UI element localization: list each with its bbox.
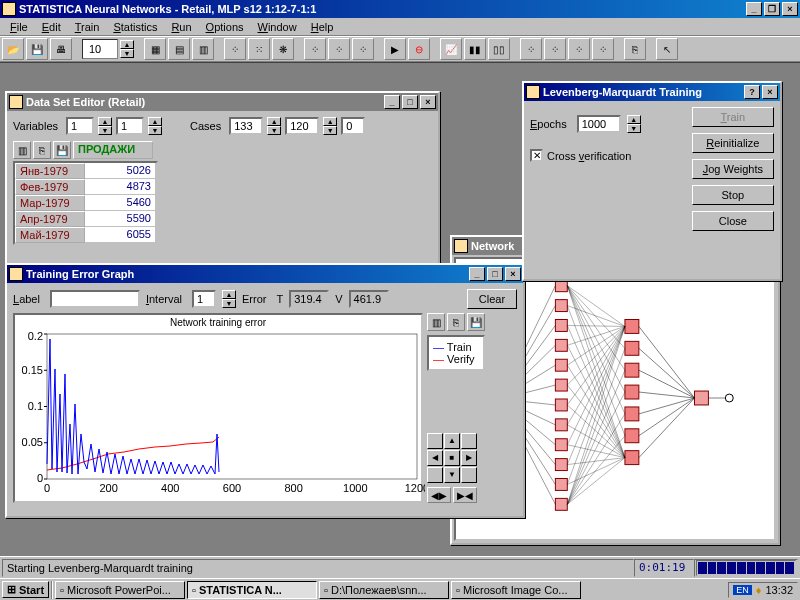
row-value[interactable]: 6055 xyxy=(85,227,156,243)
epochs-field[interactable]: 1000 xyxy=(577,115,621,133)
toolbar-spinner[interactable]: ▲▼ xyxy=(120,40,134,58)
interval-spinner[interactable]: ▲▼ xyxy=(222,290,236,308)
data-grid[interactable]: Янв-19795026Фев-19794873Мар-19795460Апр-… xyxy=(13,161,158,245)
dataset-titlebar[interactable]: Data Set Editor (Retail) _ □ × xyxy=(7,93,438,111)
interval-field[interactable]: 1 xyxy=(192,290,216,308)
training-graph-window[interactable]: Training Error Graph _ □ × Label Interva… xyxy=(5,263,525,518)
lm-training-window[interactable]: Levenberg-Marquardt Training ? × Epochs … xyxy=(522,81,782,281)
tool-nodes2-icon[interactable]: ⁘ xyxy=(544,38,566,60)
table-row[interactable]: Мар-19795460 xyxy=(15,195,156,211)
menu-help[interactable]: Help xyxy=(305,20,340,34)
var1-field[interactable]: 1 xyxy=(66,117,94,135)
table-row[interactable]: Янв-19795026 xyxy=(15,163,156,179)
ds-tool3-icon[interactable]: 💾 xyxy=(53,141,71,159)
tool-line-icon[interactable]: 📈 xyxy=(440,38,462,60)
tray-icon[interactable]: ♦ xyxy=(756,584,762,596)
close-button[interactable]: × xyxy=(782,2,798,16)
row-value[interactable]: 5026 xyxy=(85,163,156,179)
close-button-lm[interactable]: Close xyxy=(692,211,774,231)
dataset-editor-window[interactable]: Data Set Editor (Retail) _ □ × Variables… xyxy=(5,91,440,271)
train-button[interactable]: Train xyxy=(692,107,774,127)
cases1-spinner[interactable]: ▲▼ xyxy=(267,117,281,135)
tool-cluster3-icon[interactable]: ⁘ xyxy=(352,38,374,60)
table-row[interactable]: Фев-19794873 xyxy=(15,179,156,195)
tool-cluster2-icon[interactable]: ⁘ xyxy=(328,38,350,60)
tool-grid-icon[interactable]: ▦ xyxy=(144,38,166,60)
var2-field[interactable]: 1 xyxy=(116,117,144,135)
tg-max-button[interactable]: □ xyxy=(487,267,503,281)
stop-button[interactable]: Stop xyxy=(692,185,774,205)
start-button[interactable]: ⊞ Start xyxy=(2,581,49,598)
tg-min-button[interactable]: _ xyxy=(469,267,485,281)
zoom-out-button[interactable]: ◀▶ xyxy=(427,487,451,503)
lm-help-button[interactable]: ? xyxy=(744,85,760,99)
nav-pad[interactable]: ▲ ◀■▶ ▼ xyxy=(427,433,485,483)
lm-titlebar[interactable]: Levenberg-Marquardt Training ? × xyxy=(524,83,780,101)
tool-nodes1-icon[interactable]: ⁘ xyxy=(520,38,542,60)
tool-cluster1-icon[interactable]: ⁘ xyxy=(304,38,326,60)
tool-save-icon[interactable]: 💾 xyxy=(26,38,48,60)
menu-run[interactable]: Run xyxy=(165,20,197,34)
var1-spinner[interactable]: ▲▼ xyxy=(98,117,112,135)
tool-scatter2-icon[interactable]: ⁙ xyxy=(248,38,270,60)
ds-tool1-icon[interactable]: ▥ xyxy=(13,141,31,159)
system-tray[interactable]: EN ♦ 13:32 xyxy=(728,582,798,598)
tool-run-icon[interactable]: ▶ xyxy=(384,38,406,60)
tool-nodes3-icon[interactable]: ⁘ xyxy=(568,38,590,60)
restore-button[interactable]: ❐ xyxy=(764,2,780,16)
tool-hist-icon[interactable]: ▯▯ xyxy=(488,38,510,60)
tool-nodes4-icon[interactable]: ⁘ xyxy=(592,38,614,60)
clear-button[interactable]: Clear xyxy=(467,289,517,309)
menu-file[interactable]: File xyxy=(4,20,34,34)
menu-window[interactable]: Window xyxy=(252,20,303,34)
epochs-spinner[interactable]: ▲▼ xyxy=(627,115,641,133)
ds-tool2-icon[interactable]: ⎘ xyxy=(33,141,51,159)
tool-pointer-icon[interactable]: ↖ xyxy=(656,38,678,60)
menu-edit[interactable]: Edit xyxy=(36,20,67,34)
dataset-close-button[interactable]: × xyxy=(420,95,436,109)
grid-col-header[interactable]: ПРОДАЖИ xyxy=(73,141,153,159)
taskbar-item[interactable]: ▫D:\Полежаев\snn... xyxy=(319,581,449,599)
row-value[interactable]: 4873 xyxy=(85,179,156,195)
var2-spinner[interactable]: ▲▼ xyxy=(148,117,162,135)
tool-export-icon[interactable]: ⎘ xyxy=(624,38,646,60)
reinitialize-button[interactable]: Reinitialize xyxy=(692,133,774,153)
cases2-spinner[interactable]: ▲▼ xyxy=(323,117,337,135)
tool-print-icon[interactable]: 🖶 xyxy=(50,38,72,60)
table-row[interactable]: Май-19796055 xyxy=(15,227,156,243)
dataset-min-button[interactable]: _ xyxy=(384,95,400,109)
lm-close-button[interactable]: × xyxy=(762,85,778,99)
tool-bar-icon[interactable]: ▮▮ xyxy=(464,38,486,60)
taskbar-item[interactable]: ▫Microsoft PowerPoi... xyxy=(55,581,185,599)
chart-tool1-icon[interactable]: ▥ xyxy=(427,313,445,331)
chart-tool2-icon[interactable]: ⎘ xyxy=(447,313,465,331)
table-row[interactable]: Апр-19795590 xyxy=(15,211,156,227)
tool-net-icon[interactable]: ❋ xyxy=(272,38,294,60)
menu-options[interactable]: Options xyxy=(200,20,250,34)
dataset-max-button[interactable]: □ xyxy=(402,95,418,109)
chart-tool3-icon[interactable]: 💾 xyxy=(467,313,485,331)
toolbar-spinner-field[interactable]: 10 xyxy=(82,39,118,59)
tool-stop-icon[interactable]: ⊖ xyxy=(408,38,430,60)
jog-weights-button[interactable]: Jog Weights xyxy=(692,159,774,179)
row-value[interactable]: 5460 xyxy=(85,195,156,211)
taskbar-item[interactable]: ▫STATISTICA N... xyxy=(187,581,317,599)
taskbar-item[interactable]: ▫Microsoft Image Co... xyxy=(451,581,581,599)
tool-data-icon[interactable]: ▥ xyxy=(192,38,214,60)
cases3-field[interactable]: 0 xyxy=(341,117,365,135)
cases1-field[interactable]: 133 xyxy=(229,117,263,135)
tg-close-button[interactable]: × xyxy=(505,267,521,281)
tool-table-icon[interactable]: ▤ xyxy=(168,38,190,60)
row-value[interactable]: 5590 xyxy=(85,211,156,227)
minimize-button[interactable]: _ xyxy=(746,2,762,16)
tool-scatter1-icon[interactable]: ⁘ xyxy=(224,38,246,60)
label-field[interactable] xyxy=(50,290,140,308)
cases2-field[interactable]: 120 xyxy=(285,117,319,135)
tool-open-icon[interactable]: 📂 xyxy=(2,38,24,60)
cross-verify-checkbox[interactable]: ✕ xyxy=(530,149,543,162)
menu-train[interactable]: Train xyxy=(69,20,106,34)
zoom-in-button[interactable]: ▶◀ xyxy=(453,487,477,503)
training-graph-titlebar[interactable]: Training Error Graph _ □ × xyxy=(7,265,523,283)
menu-statistics[interactable]: Statistics xyxy=(107,20,163,34)
lang-indicator[interactable]: EN xyxy=(733,585,752,595)
